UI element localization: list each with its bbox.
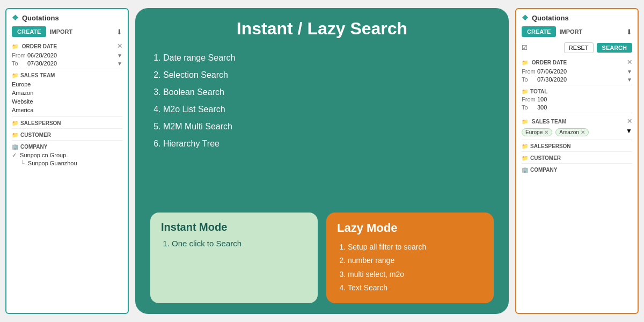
order-date-label-left: 📁 ORDER DATE [12,43,57,49]
instant-mode-box: Instant Mode One click to Search [150,213,318,303]
feature-item-3: Boolean Search [163,84,494,101]
customer-folder-left: 📁 [12,132,18,138]
sales-team-item-america: America [12,106,122,114]
bottom-section: Instant Mode One click to Search Lazy Mo… [150,213,494,303]
lazy-mode-item-3: multi select, m2o [348,268,483,281]
instant-list: Date range Search Selection Search Boole… [150,49,494,204]
from-label-right: From [522,68,535,75]
lazy-mode-item-1: Setup all filter to search [348,240,483,254]
from-value-left: 06/28/2020 [27,52,57,58]
customer-section-right: 📁 CUSTOMER [522,155,632,161]
customer-folder-right: 📁 [522,155,528,161]
company-parent: ✓ Sunpop.cn Group. [12,151,122,159]
right-toolbar: CREATE IMPORT ⬇ [522,26,632,37]
sales-team-item-website: Website [12,97,122,106]
to-value-right: 07/30/2020 [537,76,567,83]
lazy-mode-title: Lazy Mode [337,221,483,235]
company-child: └ Sunpop Guanzhou [12,159,122,167]
order-date-section-right: 📁 ORDER DATE ✕ [522,58,632,66]
quotations-icon-left: ❖ [12,13,19,22]
right-panel: ❖ Quotations CREATE IMPORT ⬇ ☑ RESET SEA… [515,8,639,314]
search-button[interactable]: SEARCH [597,43,632,53]
instant-mode-item-1: One click to Search [172,239,307,248]
total-to-label: To [522,104,535,111]
salesperson-section-left: 📁 SALESPERSON [12,120,122,126]
order-date-section-left: 📁 ORDER DATE ✕ [12,42,122,50]
sales-team-section-left: 📁 SALES TEAM [12,72,122,78]
right-import-button[interactable]: IMPORT [559,28,582,35]
quotations-icon-right: ❖ [522,13,529,22]
feature-item-6: Hierarchy Tree [163,135,494,152]
to-value-left: 07/30/2020 [27,60,57,67]
from-label-left: From [12,52,25,58]
date-from-row-right: From 07/06/2020 ▼ [522,68,632,75]
reset-button[interactable]: RESET [564,42,594,53]
total-from-row: From 100 [522,96,632,103]
sales-folder-right: 📁 [522,119,528,125]
sales-team-label-right: 📁 SALES TEAM [522,119,566,125]
date-to-row-right: To 07/30/2020 ▼ [522,76,632,83]
feature-item-5: M2M Multi Search [163,118,494,135]
company-building-left: 🏢 [12,144,18,150]
date-from-row-left: From 06/28/2020 ▼ [12,52,122,58]
total-from-value: 100 [537,96,547,103]
date-to-row-left: To 07/30/2020 ▼ [12,60,122,67]
order-date-close-left[interactable]: ✕ [117,42,122,50]
feature-item-1: Date range Search [163,49,494,67]
tree-arrow: ✓ [12,152,17,158]
left-create-button[interactable]: CREATE [12,26,46,37]
sales-team-close-right[interactable]: ✕ [627,118,632,125]
tag-amazon-remove[interactable]: ✕ [581,129,585,135]
total-section-right: 📁 TOTAL [522,89,632,94]
total-to-row: To 300 [522,104,632,111]
order-date-close-right[interactable]: ✕ [627,58,632,66]
customer-section-left: 📁 CUSTOMER [12,132,122,138]
to-arrow-left[interactable]: ▼ [117,61,122,67]
right-search-toolbar: ☑ RESET SEARCH [522,42,632,53]
instant-mode-list: One click to Search [161,239,307,248]
left-import-button[interactable]: IMPORT [49,28,72,35]
left-toolbar: CREATE IMPORT ⬇ [12,26,122,37]
center-title: Instant / Lazy Search [150,19,494,39]
total-to-value: 300 [537,104,547,111]
instant-mode-title: Instant Mode [161,221,307,233]
tree-dash: └ [20,160,25,166]
checkbox-left[interactable]: ☑ [522,44,528,52]
total-folder-right: 📁 [522,89,528,94]
right-create-button[interactable]: CREATE [522,26,556,37]
order-date-label-right: 📁 ORDER DATE [522,60,567,65]
tag-europe-remove[interactable]: ✕ [544,129,548,135]
from-arrow-right[interactable]: ▼ [627,69,632,75]
salesperson-folder-left: 📁 [12,120,18,126]
sales-team-item-amazon: Amazon [12,89,122,97]
lazy-mode-item-4: Text Search [348,281,483,295]
lazy-mode-item-2: number range [348,254,483,267]
sales-team-item-europe: Europe [12,80,122,89]
folder-icon-right: 📁 [522,60,528,65]
to-label-left: To [12,60,25,67]
tags-arrow[interactable]: ▼ [626,127,632,137]
folder-icon-left: 📁 [12,43,18,49]
tag-amazon[interactable]: Amazon ✕ [555,128,589,136]
feature-list: Date range Search Selection Search Boole… [150,49,494,152]
from-arrow-left[interactable]: ▼ [117,53,122,58]
sales-team-tags: Europe ✕ Amazon ✕ ▼ [522,127,632,137]
to-label-right: To [522,76,535,83]
right-download-button[interactable]: ⬇ [626,28,632,36]
salesperson-folder-right: 📁 [522,143,528,149]
to-arrow-right[interactable]: ▼ [627,77,632,83]
feature-item-2: Selection Search [163,67,494,84]
center-body: Date range Search Selection Search Boole… [150,49,494,204]
right-panel-title: Quotations [532,14,569,22]
tag-europe[interactable]: Europe ✕ [522,128,552,136]
lazy-mode-list: Setup all filter to search number range … [337,240,483,295]
company-section-left: 🏢 COMPANY [12,144,122,150]
company-section-right: 🏢 COMPANY [522,167,632,173]
sales-team-folder-left: 📁 [12,72,18,78]
left-download-button[interactable]: ⬇ [116,28,122,36]
left-panel: ❖ Quotations CREATE IMPORT ⬇ 📁 ORDER DAT… [5,8,129,314]
left-panel-header: ❖ Quotations [12,13,122,22]
salesperson-section-right: 📁 SALESPERSON [522,143,632,149]
center-panel: Instant / Lazy Search Date range Search … [135,8,509,314]
right-panel-header: ❖ Quotations [522,13,632,22]
